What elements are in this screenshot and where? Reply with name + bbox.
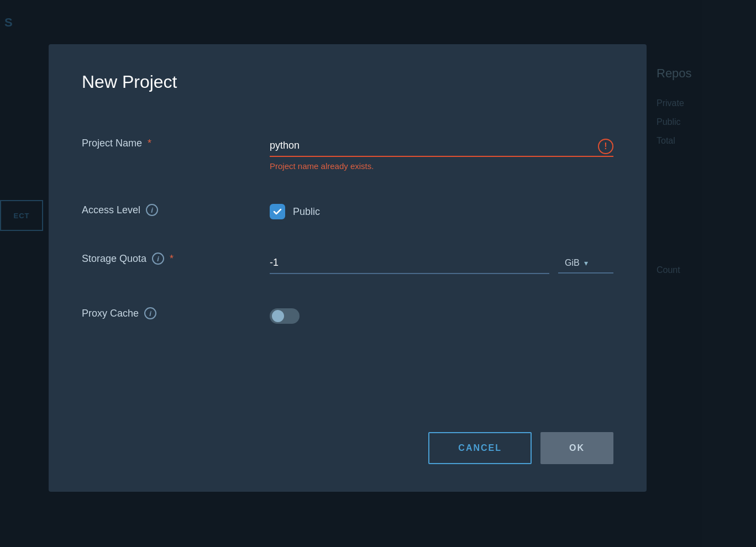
quota-unit-select[interactable]: GiB ▾ <box>558 254 613 274</box>
new-project-dialog: New Project Project Name * ! Project nam… <box>49 44 647 492</box>
dialog-title: New Project <box>82 72 613 92</box>
access-level-row: Access Level i Public <box>82 186 613 235</box>
public-label: Public <box>293 206 320 218</box>
storage-quota-info-icon[interactable]: i <box>152 253 164 265</box>
quota-unit-chevron: ▾ <box>584 259 588 267</box>
ok-button[interactable]: OK <box>540 432 613 464</box>
project-name-label: Project Name * <box>82 135 270 149</box>
proxy-cache-control <box>270 305 613 324</box>
project-name-control: ! Project name already exists. <box>270 135 613 171</box>
proxy-cache-info-icon[interactable]: i <box>144 307 156 319</box>
storage-quota-control: GiB ▾ <box>270 250 613 274</box>
proxy-cache-row: Proxy Cache i <box>82 290 613 339</box>
access-level-info-icon[interactable]: i <box>146 204 158 216</box>
toggle-knob <box>272 310 284 322</box>
access-level-checkbox-wrapper: Public <box>270 204 613 219</box>
public-checkbox[interactable] <box>270 204 285 219</box>
access-level-control: Public <box>270 202 613 219</box>
project-name-required: * <box>148 138 151 149</box>
dialog-footer: CANCEL OK <box>82 421 613 464</box>
quota-unit-value: GiB <box>565 258 580 268</box>
project-name-error: Project name already exists. <box>270 161 613 171</box>
storage-quota-row: Storage Quota i * GiB ▾ <box>82 235 613 290</box>
storage-quota-label: Storage Quota i * <box>82 250 270 265</box>
access-level-label: Access Level i <box>82 202 270 216</box>
form-body: Project Name * ! Project name already ex… <box>82 120 613 388</box>
quota-number-input[interactable] <box>270 253 549 274</box>
storage-quota-required: * <box>170 253 174 265</box>
project-name-wrapper: ! <box>270 135 613 157</box>
cancel-button[interactable]: CANCEL <box>428 432 532 464</box>
storage-quota-inputs: GiB ▾ <box>270 253 613 274</box>
proxy-cache-toggle[interactable] <box>270 308 300 324</box>
project-name-input[interactable] <box>270 135 613 157</box>
error-icon: ! <box>598 139 613 154</box>
proxy-cache-label: Proxy Cache i <box>82 305 270 319</box>
project-name-row: Project Name * ! Project name already ex… <box>82 120 613 186</box>
